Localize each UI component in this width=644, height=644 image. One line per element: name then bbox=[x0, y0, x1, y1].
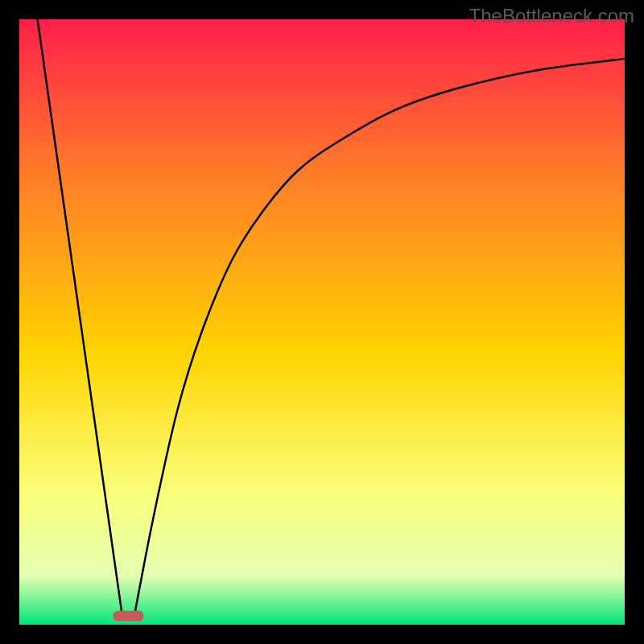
chart-svg bbox=[0, 0, 644, 644]
watermark-text: TheBottleneck.com bbox=[469, 5, 634, 27]
minimum-marker bbox=[113, 611, 143, 621]
bottleneck-chart: TheBottleneck.com bbox=[0, 0, 644, 644]
